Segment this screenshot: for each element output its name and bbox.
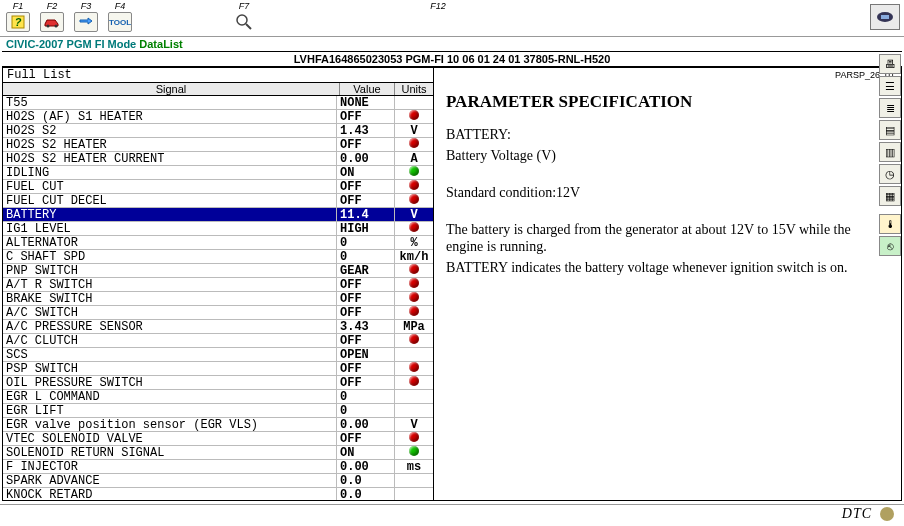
f4-button[interactable]: F4 TOOL bbox=[106, 2, 134, 32]
row-value: 0.00 bbox=[337, 460, 395, 474]
exit-button[interactable]: ⎋ bbox=[879, 236, 901, 256]
body-text-1: The battery is charged from the generato… bbox=[446, 221, 889, 255]
row-units bbox=[395, 264, 433, 278]
table-row[interactable]: A/C CLUTCHOFF bbox=[3, 334, 433, 348]
row-units bbox=[395, 334, 433, 348]
indicator-red-icon bbox=[409, 334, 419, 344]
table-row[interactable]: EGR valve position sensor (EGR VLS)0.00V bbox=[3, 418, 433, 432]
f7-label: F7 bbox=[239, 2, 250, 12]
table-row[interactable]: BRAKE SWITCHOFF bbox=[3, 292, 433, 306]
table-row[interactable]: A/T R SWITCHOFF bbox=[3, 278, 433, 292]
svg-rect-7 bbox=[881, 15, 889, 19]
table-row[interactable]: EGR L COMMAND0 bbox=[3, 390, 433, 404]
side-tool-panel: 🖶 ☰ ≣ ▤ ▥ ◷ ▦ 🌡 ⎋ bbox=[879, 54, 901, 258]
table-row[interactable]: KNOCK RETARD0.0 bbox=[3, 488, 433, 500]
row-units: MPa bbox=[395, 320, 433, 334]
svg-line-5 bbox=[246, 24, 251, 29]
f1-button[interactable]: F1 ? bbox=[4, 2, 32, 32]
table-row[interactable]: HO2S S2 HEATER CURRENT0.00A bbox=[3, 152, 433, 166]
magnify-icon bbox=[232, 12, 256, 32]
tool-btn-4[interactable]: ▤ bbox=[879, 120, 901, 140]
row-value: OFF bbox=[337, 278, 395, 292]
table-row[interactable]: IG1 LEVELHIGH bbox=[3, 222, 433, 236]
status-bar: DTC bbox=[0, 504, 904, 523]
help-icon: ? bbox=[6, 12, 30, 32]
exit-icon: ⎋ bbox=[887, 240, 894, 252]
tool-btn-2[interactable]: ☰ bbox=[879, 76, 901, 96]
tool-btn-5[interactable]: ▥ bbox=[879, 142, 901, 162]
table-row[interactable]: FUEL CUT DECELOFF bbox=[3, 194, 433, 208]
f12-button[interactable]: F12 bbox=[424, 2, 452, 32]
row-value: OFF bbox=[337, 432, 395, 446]
table-row[interactable]: A/C PRESSURE SENSOR3.43MPa bbox=[3, 320, 433, 334]
table-row[interactable]: SPARK ADVANCE0.0 bbox=[3, 474, 433, 488]
table-row[interactable]: VTEC SOLENOID VALVEOFF bbox=[3, 432, 433, 446]
standard-condition: Standard condition:12V bbox=[446, 184, 889, 201]
table-row[interactable]: FUEL CUTOFF bbox=[3, 180, 433, 194]
row-value: 0 bbox=[337, 404, 395, 418]
row-signal: VTEC SOLENOID VALVE bbox=[3, 432, 337, 446]
table-row[interactable]: T55NONE bbox=[3, 96, 433, 110]
row-units bbox=[395, 306, 433, 320]
row-value: ON bbox=[337, 166, 395, 180]
row-value: ON bbox=[337, 446, 395, 460]
f7-button[interactable]: F7 bbox=[230, 2, 258, 32]
table-row[interactable]: HO2S (AF) S1 HEATEROFF bbox=[3, 110, 433, 124]
rows-container: T55NONEHO2S (AF) S1 HEATEROFFHO2S S21.43… bbox=[3, 96, 433, 500]
tool-icon: TOOL bbox=[108, 12, 132, 32]
table-row[interactable]: PSP SWITCHOFF bbox=[3, 362, 433, 376]
svg-text:?: ? bbox=[15, 16, 22, 28]
table-row[interactable]: OIL PRESSURE SWITCHOFF bbox=[3, 376, 433, 390]
table-row[interactable]: A/C SWITCHOFF bbox=[3, 306, 433, 320]
table-row[interactable]: HO2S S2 HEATEROFF bbox=[3, 138, 433, 152]
main-area: Full List Signal Value Units T55NONEHO2S… bbox=[2, 67, 902, 501]
table-row[interactable]: HO2S S21.43V bbox=[3, 124, 433, 138]
table-row[interactable]: ALTERNATOR0% bbox=[3, 236, 433, 250]
table-row[interactable]: F INJECTOR0.00ms bbox=[3, 460, 433, 474]
top-toolbar: F1 ? F2 F3 F4 TOOL F7 F12 bbox=[0, 0, 904, 37]
row-signal: A/C SWITCH bbox=[3, 306, 337, 320]
row-value: NONE bbox=[337, 96, 395, 110]
row-signal: SCS bbox=[3, 348, 337, 362]
row-value: 0.0 bbox=[337, 474, 395, 488]
table-row[interactable]: BATTERY11.4V bbox=[3, 208, 433, 222]
row-units bbox=[395, 432, 433, 446]
table-row[interactable]: IDLINGON bbox=[3, 166, 433, 180]
connector-icon bbox=[875, 9, 895, 25]
indicator-red-icon bbox=[409, 138, 419, 148]
table-row[interactable]: PNP SWITCHGEAR bbox=[3, 264, 433, 278]
table-row[interactable]: SCSOPEN bbox=[3, 348, 433, 362]
temp-button[interactable]: 🌡 bbox=[879, 214, 901, 234]
f2-label: F2 bbox=[47, 2, 58, 12]
row-signal: SPARK ADVANCE bbox=[3, 474, 337, 488]
row-value: 0.00 bbox=[337, 152, 395, 166]
print-button[interactable]: 🖶 bbox=[879, 54, 901, 74]
f1-label: F1 bbox=[13, 2, 24, 12]
table-row[interactable]: C SHAFT SPD0km/h bbox=[3, 250, 433, 264]
tool-btn-6[interactable]: ◷ bbox=[879, 164, 901, 184]
row-value: 0.00 bbox=[337, 418, 395, 432]
tool-btn-3[interactable]: ≣ bbox=[879, 98, 901, 118]
indicator-red-icon bbox=[409, 306, 419, 316]
row-signal: EGR LIFT bbox=[3, 404, 337, 418]
spec-title: PARAMETER SPECIFICATION bbox=[446, 92, 889, 112]
bc-screen: DataList bbox=[139, 38, 182, 50]
row-signal: PSP SWITCH bbox=[3, 362, 337, 376]
row-signal: FUEL CUT bbox=[3, 180, 337, 194]
svg-point-2 bbox=[47, 25, 50, 28]
table-row[interactable]: SOLENOID RETURN SIGNALON bbox=[3, 446, 433, 460]
table-row[interactable]: EGR LIFT0 bbox=[3, 404, 433, 418]
row-signal: EGR L COMMAND bbox=[3, 390, 337, 404]
row-value: OFF bbox=[337, 362, 395, 376]
f3-button[interactable]: F3 bbox=[72, 2, 100, 32]
row-units bbox=[395, 110, 433, 124]
row-units bbox=[395, 362, 433, 376]
row-units bbox=[395, 376, 433, 390]
row-units bbox=[395, 278, 433, 292]
row-units bbox=[395, 446, 433, 460]
printer-icon: 🖶 bbox=[885, 58, 896, 70]
row-value: OFF bbox=[337, 376, 395, 390]
connector-button[interactable] bbox=[870, 4, 900, 30]
tool-btn-7[interactable]: ▦ bbox=[879, 186, 901, 206]
f2-button[interactable]: F2 bbox=[38, 2, 66, 32]
